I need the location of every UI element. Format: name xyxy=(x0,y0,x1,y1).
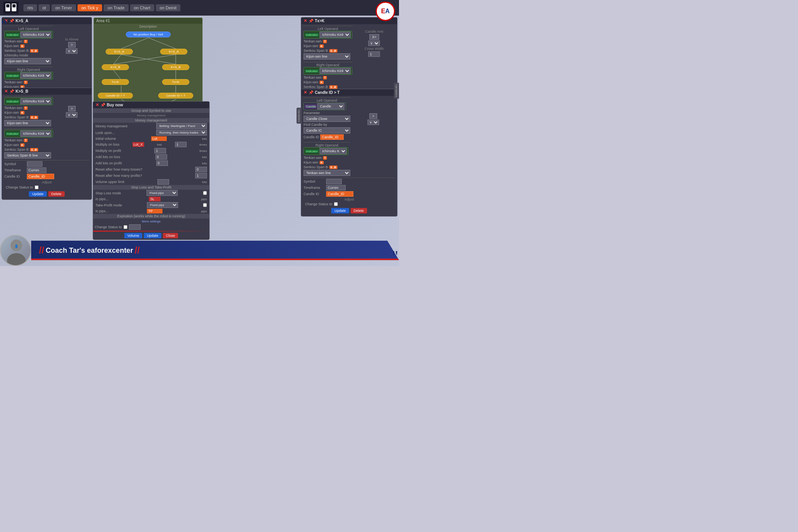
variables-tab-2[interactable]: Variables xyxy=(297,108,302,124)
stop-loss-checkbox[interactable] xyxy=(203,190,207,196)
ct-symbol-input[interactable] xyxy=(326,179,342,184)
reset-losses-input[interactable] xyxy=(195,167,207,172)
tab-nts[interactable]: nts xyxy=(23,4,37,11)
volume-upper-row: Volume upper limit lots xyxy=(93,179,209,185)
tenkan-label-right: Tenkan-sen xyxy=(4,80,23,84)
candle-indicator-block: Candle Candle xyxy=(304,102,346,110)
variables-tab[interactable]: Variables xyxy=(394,83,399,99)
ct-candle-id-input[interactable] xyxy=(326,191,353,197)
add-lots-profit-input[interactable] xyxy=(156,160,168,166)
txk-ichimoku-mode-select-left[interactable]: Kijun-sen line xyxy=(304,53,350,60)
kgs-b-left-col: Indicator Ichimoku Kinko Hyc Tenkan-sen … xyxy=(4,96,53,127)
k-badge-left: K xyxy=(20,44,25,48)
node-kls-a[interactable]: K<S_A xyxy=(160,49,187,55)
svg-text:👤: 👤 xyxy=(14,244,18,248)
node-no-position[interactable]: No position Buy / Sell xyxy=(126,32,171,37)
node-txlk[interactable]: Tx<K xyxy=(162,79,189,85)
txk-operator-btn[interactable]: X> xyxy=(369,34,379,40)
b-ichimoku-select-right[interactable]: Senkou Span B line xyxy=(4,152,51,159)
buy-status-input[interactable] xyxy=(129,224,141,230)
tab-tick[interactable]: on Tick y xyxy=(78,4,102,11)
b-left-indicator-select[interactable]: Ichimoku Kinko Hyc xyxy=(20,98,51,104)
pips-label-1: pips xyxy=(201,197,207,201)
txk-right-indicator-select[interactable]: Ichimoku Kinko Hyc xyxy=(320,68,351,74)
operator-btn[interactable]: > xyxy=(68,42,76,48)
ct-timeframe-input[interactable] xyxy=(326,185,346,190)
b-right-indicator-select[interactable]: Ichimoku Kinko Hyc xyxy=(20,130,51,137)
ct-status-checkbox[interactable] xyxy=(334,202,338,206)
candle-select[interactable]: Candle xyxy=(317,103,344,109)
candle-t-op-select[interactable]: ∨ xyxy=(367,120,379,125)
reset-profits-input[interactable] xyxy=(195,173,207,178)
lots-label-4: lots xyxy=(202,162,207,165)
node-candle-ilt[interactable]: Candle ID < T xyxy=(158,93,193,99)
txk-k-badge-right: K xyxy=(320,81,324,84)
txk-tenkan-label-right: Tenkan-sen xyxy=(304,76,322,79)
take-profit-mode-select[interactable]: Fixed pips xyxy=(147,202,178,208)
tab-deinit[interactable]: on Deinit xyxy=(156,4,180,11)
initial-volume-input[interactable] xyxy=(151,136,167,141)
tab-trade[interactable]: on Trade xyxy=(104,4,128,11)
txk-left-indicator-select[interactable]: Ichimoku Kinko Hyc xyxy=(320,32,351,38)
look-upon-select[interactable]: Running, then history trades xyxy=(156,130,207,136)
b-timeframe-row: Timeframe xyxy=(4,167,89,173)
tp-pips-input[interactable] xyxy=(147,209,162,213)
candle-id-input-ct[interactable] xyxy=(320,134,344,140)
b-operator-select[interactable]: ∨ xyxy=(66,112,78,118)
txk-left-col: Left Operand Indicator Ichimoku Kinko Hy… xyxy=(304,26,352,60)
ct-right-indicator-select[interactable]: Ichimoku Kinko Hyc xyxy=(320,148,347,154)
more-settings-link[interactable]: More settings xyxy=(142,220,161,223)
b-delete-btn[interactable]: Delete xyxy=(48,191,65,197)
b-status-checkbox[interactable] xyxy=(35,185,39,189)
ct-update-btn[interactable]: Update xyxy=(331,208,349,213)
b-candle-id-input[interactable] xyxy=(27,174,54,179)
b-symbol-input[interactable] xyxy=(27,161,42,167)
tab-ot[interactable]: ot xyxy=(39,4,50,11)
close-icon-buy[interactable]: ✕ xyxy=(95,102,99,107)
svg-rect-3 xyxy=(12,4,16,7)
node-klsb[interactable]: K<S_B xyxy=(162,64,189,70)
ichimoku-mode-select-left[interactable]: Kijun-sen line xyxy=(4,58,51,64)
node-txk[interactable]: Tx>K xyxy=(102,79,129,85)
buy-status-checkbox[interactable] xyxy=(124,225,127,229)
b-left-indicator-row: Indicator Ichimoku Kinko Hyc xyxy=(4,97,53,105)
volume-upper-label: Volume upper limit xyxy=(95,180,124,184)
b-right-indicator-block: Indicator Ichimoku Kinko Hyc xyxy=(4,130,53,137)
ct-delete-btn[interactable]: Delete xyxy=(351,208,367,213)
close-icon-b[interactable]: ✕ xyxy=(4,89,8,94)
volume-upper-input[interactable] xyxy=(157,179,169,185)
node-candle-igt[interactable]: Candle ID > T xyxy=(98,93,133,99)
multiply-loss-input[interactable] xyxy=(132,142,144,147)
node-kgs-b[interactable]: K>S_B xyxy=(102,64,129,70)
tab-timer[interactable]: on Timer xyxy=(51,4,76,11)
left-indicator-select[interactable]: Ichimoku Kinko Hyc xyxy=(20,32,51,38)
multiply-loss-num[interactable] xyxy=(175,142,187,147)
b-ichimoku-select-left[interactable]: Kijun-sen line xyxy=(4,120,51,126)
candle-t-operator-btn[interactable]: > xyxy=(369,113,377,119)
operator-select[interactable]: ∨ xyxy=(66,48,78,54)
close-icon-candle-t[interactable]: ✕ xyxy=(304,90,307,95)
reset-losses-label: Reset after how many losses? xyxy=(95,167,143,171)
ct-ichimoku-mode-select-right[interactable]: Tenkan-sen line xyxy=(304,170,350,176)
money-management-select[interactable]: Betting: Martingale / Parol xyxy=(156,123,207,129)
panel-candle-id-t-header: ✕ 📌 Candle ID > T xyxy=(301,89,397,96)
take-profit-checkbox[interactable] xyxy=(203,203,207,208)
cross-width-input[interactable] xyxy=(368,51,380,57)
add-lots-loss-input[interactable] xyxy=(155,154,167,160)
right-indicator-select[interactable]: Ichimoku Kinko Hyc xyxy=(20,72,51,79)
add-lots-loss-label: Add lots on loss xyxy=(95,155,120,159)
money-management-label: Money management xyxy=(95,124,127,128)
b-operator-btn[interactable]: > xyxy=(68,106,76,111)
multiply-profit-input[interactable] xyxy=(154,148,166,153)
find-candle-select[interactable]: Candle IC xyxy=(304,127,350,134)
parameter-select[interactable]: Candle Close xyxy=(304,116,350,122)
b-update-btn[interactable]: Update xyxy=(29,191,46,197)
txk-operator-select[interactable]: ∨ xyxy=(368,41,380,46)
tab-chart[interactable]: on Chart xyxy=(130,4,154,11)
b-timeframe-input[interactable] xyxy=(27,167,46,173)
close-icon-txk[interactable]: ✕ xyxy=(304,18,307,23)
stop-loss-mode-select[interactable]: Fixed pips xyxy=(147,190,178,196)
node-kgs-a[interactable]: K>S_A xyxy=(106,49,133,55)
b-t-badge-left: T xyxy=(24,106,28,110)
sl-pips-input[interactable] xyxy=(149,197,161,201)
